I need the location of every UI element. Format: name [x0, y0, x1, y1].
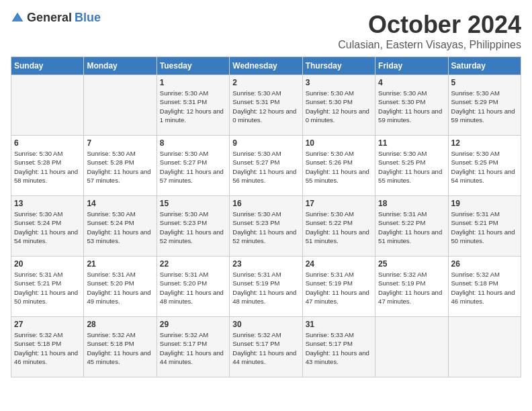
- calendar-cell: 7Sunrise: 5:30 AMSunset: 5:28 PMDaylight…: [84, 136, 157, 196]
- cell-content: Sunrise: 5:30 AMSunset: 5:23 PMDaylight:…: [232, 210, 299, 245]
- week-row-1: 1Sunrise: 5:30 AMSunset: 5:31 PMDaylight…: [11, 75, 521, 136]
- month-title: October 2024: [338, 11, 521, 39]
- cell-content: Sunrise: 5:30 AMSunset: 5:28 PMDaylight:…: [87, 149, 153, 185]
- cell-content: Sunrise: 5:30 AMSunset: 5:27 PMDaylight:…: [232, 149, 299, 185]
- cell-content: Sunrise: 5:30 AMSunset: 5:27 PMDaylight:…: [160, 149, 226, 185]
- calendar-cell: 1Sunrise: 5:30 AMSunset: 5:31 PMDaylight…: [157, 75, 229, 136]
- calendar-cell: 19Sunrise: 5:31 AMSunset: 5:21 PMDayligh…: [448, 196, 521, 257]
- logo-icon: [11, 11, 24, 25]
- calendar-cell: 20Sunrise: 5:31 AMSunset: 5:21 PMDayligh…: [11, 257, 84, 317]
- cell-content: Sunrise: 5:30 AMSunset: 5:25 PMDaylight:…: [451, 149, 518, 185]
- day-number: 27: [14, 320, 81, 329]
- day-header-tuesday: Tuesday: [157, 57, 229, 75]
- calendar-cell: 10Sunrise: 5:30 AMSunset: 5:26 PMDayligh…: [302, 136, 375, 196]
- calendar-cell: [11, 75, 84, 136]
- cell-content: Sunrise: 5:30 AMSunset: 5:31 PMDaylight:…: [160, 89, 226, 124]
- calendar-cell: 3Sunrise: 5:30 AMSunset: 5:30 PMDaylight…: [302, 75, 375, 136]
- day-number: 22: [160, 259, 226, 269]
- cell-content: Sunrise: 5:30 AMSunset: 5:26 PMDaylight:…: [306, 149, 372, 185]
- cell-content: Sunrise: 5:32 AMSunset: 5:18 PMDaylight:…: [14, 330, 81, 366]
- calendar-cell: 5Sunrise: 5:30 AMSunset: 5:29 PMDaylight…: [448, 75, 521, 136]
- title-area: October 2024 Culasian, Eastern Visayas, …: [338, 11, 521, 51]
- day-number: 9: [232, 138, 299, 148]
- calendar-cell: 17Sunrise: 5:30 AMSunset: 5:22 PMDayligh…: [302, 196, 375, 257]
- calendar-cell: 12Sunrise: 5:30 AMSunset: 5:25 PMDayligh…: [448, 136, 521, 196]
- calendar-cell: 30Sunrise: 5:32 AMSunset: 5:17 PMDayligh…: [230, 317, 302, 377]
- calendar-cell: 8Sunrise: 5:30 AMSunset: 5:27 PMDaylight…: [157, 136, 229, 196]
- calendar-cell: 25Sunrise: 5:32 AMSunset: 5:19 PMDayligh…: [375, 257, 448, 317]
- day-header-friday: Friday: [375, 57, 448, 75]
- day-number: 31: [306, 320, 372, 329]
- cell-content: Sunrise: 5:31 AMSunset: 5:19 PMDaylight:…: [306, 270, 372, 306]
- day-number: 21: [87, 259, 153, 269]
- day-header-wednesday: Wednesday: [230, 57, 302, 75]
- day-number: 6: [14, 138, 81, 148]
- day-number: 26: [451, 259, 518, 269]
- cell-content: Sunrise: 5:30 AMSunset: 5:24 PMDaylight:…: [87, 210, 153, 245]
- calendar-cell: 15Sunrise: 5:30 AMSunset: 5:23 PMDayligh…: [157, 196, 229, 257]
- day-number: 10: [306, 138, 372, 148]
- cell-content: Sunrise: 5:31 AMSunset: 5:22 PMDaylight:…: [378, 210, 445, 245]
- calendar-table: SundayMondayTuesdayWednesdayThursdayFrid…: [11, 56, 521, 377]
- calendar-header-row: SundayMondayTuesdayWednesdayThursdayFrid…: [11, 57, 521, 75]
- cell-content: Sunrise: 5:32 AMSunset: 5:19 PMDaylight:…: [378, 270, 445, 306]
- day-number: 4: [378, 78, 445, 87]
- calendar-cell: 22Sunrise: 5:31 AMSunset: 5:20 PMDayligh…: [157, 257, 229, 317]
- week-row-4: 20Sunrise: 5:31 AMSunset: 5:21 PMDayligh…: [11, 257, 521, 317]
- cell-content: Sunrise: 5:31 AMSunset: 5:21 PMDaylight:…: [451, 210, 518, 245]
- cell-content: Sunrise: 5:30 AMSunset: 5:22 PMDaylight:…: [306, 210, 372, 245]
- calendar-cell: [375, 317, 448, 377]
- cell-content: Sunrise: 5:30 AMSunset: 5:24 PMDaylight:…: [14, 210, 81, 245]
- cell-content: Sunrise: 5:31 AMSunset: 5:21 PMDaylight:…: [14, 270, 81, 306]
- day-number: 20: [14, 259, 81, 269]
- day-number: 17: [306, 199, 372, 208]
- day-number: 23: [232, 259, 299, 269]
- day-number: 8: [160, 138, 226, 148]
- calendar-cell: 24Sunrise: 5:31 AMSunset: 5:19 PMDayligh…: [302, 257, 375, 317]
- cell-content: Sunrise: 5:31 AMSunset: 5:20 PMDaylight:…: [160, 270, 226, 306]
- day-number: 25: [378, 259, 445, 269]
- day-number: 13: [14, 199, 81, 208]
- calendar-cell: 2Sunrise: 5:30 AMSunset: 5:31 PMDaylight…: [230, 75, 302, 136]
- cell-content: Sunrise: 5:30 AMSunset: 5:30 PMDaylight:…: [378, 89, 445, 124]
- day-number: 24: [306, 259, 372, 269]
- day-number: 29: [160, 320, 226, 329]
- day-number: 5: [451, 78, 518, 87]
- cell-content: Sunrise: 5:32 AMSunset: 5:17 PMDaylight:…: [232, 330, 299, 366]
- calendar-cell: 4Sunrise: 5:30 AMSunset: 5:30 PMDaylight…: [375, 75, 448, 136]
- location-title: Culasian, Eastern Visayas, Philippines: [338, 39, 521, 51]
- day-number: 19: [451, 199, 518, 208]
- day-number: 1: [160, 78, 226, 87]
- calendar-cell: 16Sunrise: 5:30 AMSunset: 5:23 PMDayligh…: [230, 196, 302, 257]
- calendar-cell: 6Sunrise: 5:30 AMSunset: 5:28 PMDaylight…: [11, 136, 84, 196]
- header: GeneralBlue October 2024 Culasian, Easte…: [11, 11, 521, 51]
- cell-content: Sunrise: 5:30 AMSunset: 5:28 PMDaylight:…: [14, 149, 81, 185]
- calendar-cell: 13Sunrise: 5:30 AMSunset: 5:24 PMDayligh…: [11, 196, 84, 257]
- cell-content: Sunrise: 5:30 AMSunset: 5:23 PMDaylight:…: [160, 210, 226, 245]
- cell-content: Sunrise: 5:31 AMSunset: 5:20 PMDaylight:…: [87, 270, 153, 306]
- cell-content: Sunrise: 5:30 AMSunset: 5:31 PMDaylight:…: [232, 89, 299, 124]
- day-number: 28: [87, 320, 153, 329]
- calendar-cell: [448, 317, 521, 377]
- day-header-thursday: Thursday: [302, 57, 375, 75]
- day-header-saturday: Saturday: [448, 57, 521, 75]
- cell-content: Sunrise: 5:32 AMSunset: 5:18 PMDaylight:…: [451, 270, 518, 306]
- cell-content: Sunrise: 5:30 AMSunset: 5:25 PMDaylight:…: [378, 149, 445, 185]
- day-number: 16: [232, 199, 299, 208]
- day-number: 2: [232, 78, 299, 87]
- calendar-cell: 27Sunrise: 5:32 AMSunset: 5:18 PMDayligh…: [11, 317, 84, 377]
- day-number: 3: [306, 78, 372, 87]
- cell-content: Sunrise: 5:33 AMSunset: 5:17 PMDaylight:…: [306, 330, 372, 366]
- calendar-body: 1Sunrise: 5:30 AMSunset: 5:31 PMDaylight…: [11, 75, 521, 377]
- cell-content: Sunrise: 5:30 AMSunset: 5:30 PMDaylight:…: [306, 89, 372, 124]
- day-number: 11: [378, 138, 445, 148]
- week-row-5: 27Sunrise: 5:32 AMSunset: 5:18 PMDayligh…: [11, 317, 521, 377]
- calendar-cell: 14Sunrise: 5:30 AMSunset: 5:24 PMDayligh…: [84, 196, 157, 257]
- logo-blue: Blue: [75, 11, 101, 25]
- day-number: 15: [160, 199, 226, 208]
- day-number: 18: [378, 199, 445, 208]
- calendar-cell: 29Sunrise: 5:32 AMSunset: 5:17 PMDayligh…: [157, 317, 229, 377]
- cell-content: Sunrise: 5:31 AMSunset: 5:19 PMDaylight:…: [232, 270, 299, 306]
- cell-content: Sunrise: 5:32 AMSunset: 5:18 PMDaylight:…: [87, 330, 153, 366]
- calendar-cell: 28Sunrise: 5:32 AMSunset: 5:18 PMDayligh…: [84, 317, 157, 377]
